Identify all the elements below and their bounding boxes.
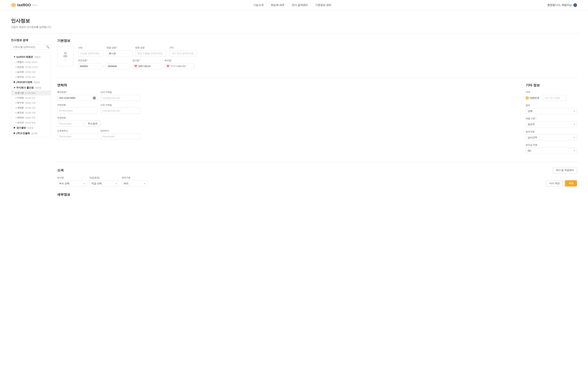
military-select[interactable]: 선택: [528, 108, 573, 114]
other-info-section: 기타 정보 국적 대한민국 병역: [526, 83, 577, 157]
logo-demo: demo: [32, 4, 37, 6]
sidebar-company-sujin[interactable]: ▶ (주)수진물류 김지현: [11, 131, 51, 136]
sidebar-person-jung[interactable]: 정태경 영업팀 과장: [11, 115, 51, 120]
military-select-wrap: 선택 ▾: [526, 108, 577, 114]
sidebar-person-jo[interactable]: 조지연 생산팀 팀장: [11, 120, 51, 125]
work-type-chevron-icon: ▾: [574, 136, 575, 139]
leave-date-input-wrap: 📅: [165, 63, 194, 69]
nationality-other-input[interactable]: [542, 95, 566, 101]
status-select[interactable]: 재직: [124, 181, 144, 186]
position-select[interactable]: 직급 선택: [91, 181, 115, 186]
header: taxRGO demo 기능소개 한눈에 세무 인사·급여관리 기준정보 관리 …: [0, 0, 588, 10]
page-divider: [11, 33, 577, 33]
form-area: 기본정보 ＋ 사번: [57, 39, 577, 200]
dept-management-btn[interactable]: 부서 및 직급관리: [553, 167, 577, 173]
main-nav: 기능소개 한눈에 세무 인사·급여관리 기준정보 관리: [253, 3, 331, 7]
sidebar-person-moon[interactable]: 문수연 영업팀 사원: [11, 100, 51, 105]
address-search-btn[interactable]: 주소검색: [85, 121, 100, 127]
logo-text: taxRGO: [17, 3, 31, 7]
person-icon: [62, 51, 69, 57]
english-name-label: 영문 성명: [135, 46, 166, 49]
contact-section: 연락처 휴대전화* ✕ 사내: [57, 83, 511, 157]
retirement-type-group: 퇴직금 유형 DC ▾: [526, 143, 577, 154]
mobile-clear-btn[interactable]: ✕: [93, 97, 96, 100]
status-item: 재직구분 재직 ▾: [122, 176, 147, 187]
svg-point-2: [13, 4, 14, 6]
nav-tax[interactable]: 한눈에 세무: [271, 3, 284, 7]
office-email-label: 사내 이메일: [100, 91, 141, 94]
mobile-group: 휴대전화* ✕: [57, 91, 97, 101]
detail-section: 세부정보: [57, 192, 577, 197]
ssn2-input-wrap: ✕: [106, 63, 129, 69]
user-avatar-icon[interactable]: 👤: [573, 3, 577, 7]
ssn-label: 주민번호*: [78, 59, 129, 62]
position-label: 직급(호칭): [89, 176, 119, 179]
leave-date-group: 퇴사일 📅: [165, 59, 194, 69]
sidebar-person-2[interactable]: 박순영 세무팀 사무장: [11, 65, 51, 70]
sidebar-person-4[interactable]: 양지숙 세무팀 대리: [11, 75, 51, 80]
department-chevron-icon: ▾: [83, 182, 84, 185]
status-select-wrap: 재직 ▾: [122, 180, 147, 187]
detail-address-input[interactable]: [100, 133, 141, 140]
sabun-input[interactable]: [78, 50, 104, 56]
home-phone-input[interactable]: [57, 108, 97, 114]
nav-features[interactable]: 기능소개: [253, 3, 264, 7]
employment-type-select[interactable]: 정규직: [528, 122, 573, 127]
road-address-input[interactable]: [57, 133, 97, 140]
svg-point-4: [63, 55, 68, 57]
nationality-label: 국적: [526, 91, 577, 94]
employment-type-group: 채용 구분* 정규직 ▾: [526, 117, 577, 127]
bottom-actions: 다시 작성 저장: [150, 176, 577, 187]
sidebar-person-yoon[interactable]: 윤민정 관리팀 사원: [11, 110, 51, 115]
nationality-radio-group: 대한민국: [526, 95, 577, 101]
sidebar-tree: ▼ taxRGO 체험판 체험자 체험자 세무팀 세무사 박순영 세무팀 사무장…: [11, 53, 51, 138]
office-email-input[interactable]: [100, 95, 141, 101]
sidebar-person-lee[interactable]: 이재원 생산팀 대리: [11, 95, 51, 100]
sidebar-person-kwonj[interactable]: 권정훈 관리팀 대표: [11, 105, 51, 110]
nav-hr[interactable]: 인사·급여관리: [292, 3, 308, 7]
join-date-input[interactable]: [138, 64, 169, 69]
other-label: 기타: [169, 46, 197, 49]
sidebar-company-holein[interactable]: ▼ 주식회사 홀인원 박은영: [11, 85, 51, 90]
sidebar-person-1[interactable]: 체험자 세무팀 세무사: [11, 60, 51, 65]
nationality-korea-option[interactable]: 대한민국: [526, 96, 539, 100]
road-address-label: 도로명주소: [57, 129, 97, 132]
work-type-select[interactable]: 상시근무: [528, 135, 573, 140]
sidebar-person-3[interactable]: 김지현 세무팀 과장: [11, 70, 51, 75]
sidebar-company-jungsoo[interactable]: ▶ 정수클린 박은영: [11, 125, 51, 131]
other-input[interactable]: [169, 50, 197, 56]
nationality-korea-radio[interactable]: [526, 97, 529, 100]
home-phone-group: 자택전화: [57, 104, 97, 114]
work-type-select-wrap: 상시근무 ▾: [526, 134, 577, 141]
mobile-input-wrap: ✕: [57, 95, 97, 101]
search-box: 🔍: [11, 44, 51, 50]
sidebar-company-taxrgo[interactable]: ▼ taxRGO 체험판 체험자: [11, 54, 51, 60]
other-info-title: 기타 정보: [526, 83, 577, 87]
korean-name-input[interactable]: [109, 51, 139, 56]
affiliation-header: 소속 부서 및 직급관리: [57, 167, 577, 173]
nav-base[interactable]: 기준정보 관리: [315, 3, 331, 7]
mobile-input[interactable]: [59, 95, 92, 101]
sidebar-person-kwon[interactable]: 권나경 인사팀 팀장: [11, 90, 51, 95]
save-btn[interactable]: 저장: [565, 180, 577, 187]
photo-plus-icon: ＋: [64, 58, 67, 62]
english-name-input[interactable]: [135, 50, 166, 56]
logo[interactable]: taxRGO demo: [11, 2, 37, 8]
nationality-group: 국적 대한민국: [526, 91, 577, 101]
leave-date-input[interactable]: [170, 64, 201, 69]
postal-input[interactable]: [57, 121, 83, 127]
retirement-type-select[interactable]: DC: [528, 148, 573, 153]
affiliation-section: 소속 부서 및 직급관리 부서명 부서 선택 ▾ 직급(: [57, 167, 577, 187]
outside-email-input[interactable]: [100, 108, 141, 114]
reset-btn[interactable]: 다시 작성: [546, 180, 563, 187]
department-select[interactable]: 부서 선택: [59, 181, 83, 186]
basic-info-title: 기본정보: [57, 39, 577, 43]
english-name-group: 영문 성명: [135, 46, 166, 56]
field-row-2: 주민번호* ✕ - ✕: [78, 59, 577, 69]
ssn1-input-wrap: ✕: [78, 63, 102, 69]
photo-upload-area[interactable]: ＋: [57, 46, 74, 66]
search-input[interactable]: [13, 46, 46, 48]
work-type-label: 업무유형: [526, 130, 577, 133]
sidebar: 인사정보 검색 🔍 ▼ taxRGO 체험판 체험자 체험자 세무팀 세무사 박…: [11, 39, 51, 200]
sidebar-company-baroi[interactable]: ▶ (주)바로이엔텍 박은영: [11, 80, 51, 85]
